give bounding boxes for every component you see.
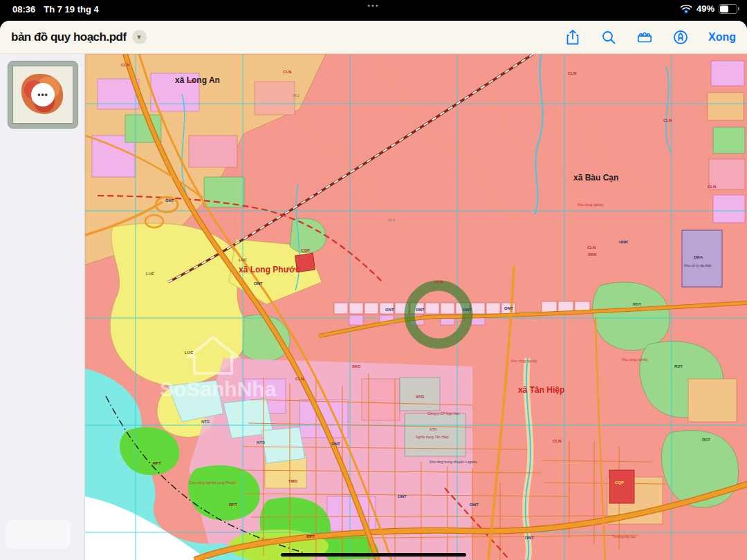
svg-text:LUC: LUC <box>185 351 194 355</box>
svg-text:Khu công nghiệp: Khu công nghiệp <box>511 359 537 363</box>
svg-text:CQP: CQP <box>301 248 310 252</box>
svg-text:Cụm công nghiệp Long Phước: Cụm công nghiệp Long Phước <box>189 480 237 485</box>
svg-text:RPT: RPT <box>153 461 161 465</box>
pdf-toolbar: bản đồ quy hoạch.pdf ▾ Xong <box>0 21 747 54</box>
label-commune: xã Bàu Cạn <box>573 173 618 183</box>
svg-text:34.2: 34.2 <box>293 93 299 97</box>
svg-text:Khu tăng trung chuyển Logistic: Khu tăng trung chuyển Logistic <box>430 460 477 464</box>
markup-pencil-button[interactable] <box>672 29 689 46</box>
home-indicator[interactable] <box>281 553 466 557</box>
pdf-page-map[interactable]: SoSanhNha xã Long An xã Bàu Cạn xã Long … <box>85 54 747 560</box>
svg-text:ONT: ONT <box>504 306 513 310</box>
svg-text:CQP: CQP <box>615 480 624 485</box>
label-commune: xã Long Phước <box>239 265 300 274</box>
svg-text:Công ty CP Ngô Han: Công ty CP Ngô Han <box>427 411 460 416</box>
svg-text:Trường đại học: Trường đại học <box>612 534 636 539</box>
svg-text:NTS: NTS <box>201 420 210 424</box>
svg-text:CLN: CLN <box>708 185 716 189</box>
svg-text:ONT: ONT <box>254 281 263 286</box>
svg-text:ONT: ONT <box>398 494 407 498</box>
svg-text:RST: RST <box>633 302 641 306</box>
wifi-icon <box>680 4 692 14</box>
svg-text:RPT: RPT <box>306 534 315 539</box>
svg-text:SKC: SKC <box>352 364 361 368</box>
svg-text:DRA: DRA <box>694 255 703 259</box>
svg-text:Nghĩa trang Tân Hiệp: Nghĩa trang Tân Hiệp <box>416 435 449 439</box>
chevron-down-icon: ▾ <box>137 32 141 41</box>
svg-text:CLN: CLN <box>283 70 291 74</box>
svg-text:HNK: HNK <box>619 240 629 244</box>
battery-icon <box>719 4 737 14</box>
svg-text:SoSanhNha: SoSanhNha <box>160 377 277 400</box>
svg-text:NTD: NTD <box>430 427 437 431</box>
svg-text:CLN: CLN <box>121 63 129 67</box>
svg-text:ONT: ONT <box>463 308 472 312</box>
svg-text:LUC: LUC <box>239 258 248 262</box>
done-button[interactable]: Xong <box>708 31 736 44</box>
thumbnail-sidebar: ••• <box>0 54 85 560</box>
sidebar-footer-panel <box>6 520 71 549</box>
svg-text:ONT: ONT <box>331 442 340 446</box>
svg-text:Khu công nghiệp: Khu công nghiệp <box>578 203 604 207</box>
battery-percent: 49% <box>697 3 714 14</box>
pdf-viewer-window: bản đồ quy hoạch.pdf ▾ Xong <box>0 21 747 560</box>
svg-text:CLN: CLN <box>553 439 561 443</box>
zoning-map: SoSanhNha xã Long An xã Bàu Cạn xã Long … <box>85 54 747 560</box>
svg-text:RST: RST <box>674 364 683 368</box>
svg-text:ONT: ONT <box>416 308 425 312</box>
pencil-case-icon <box>638 32 651 41</box>
svg-text:NTS: NTS <box>257 440 265 445</box>
share-icon <box>568 30 578 44</box>
svg-text:Khu công nghiệp: Khu công nghiệp <box>622 357 648 362</box>
map-region-cqp-south <box>609 470 634 503</box>
svg-text:ONT: ONT <box>470 503 479 507</box>
svg-text:Khu xử lý rác thải: Khu xử lý rác thải <box>684 263 711 268</box>
svg-text:NTD: NTD <box>416 395 425 399</box>
svg-text:20.4: 20.4 <box>388 218 395 222</box>
svg-text:CLN: CLN <box>295 377 304 381</box>
svg-text:TMD: TMD <box>288 479 298 483</box>
svg-text:CLN: CLN <box>663 118 672 122</box>
label-commune: xã Tân Hiệp <box>518 385 564 395</box>
title-menu-button[interactable]: ▾ <box>132 30 147 44</box>
svg-text:RPT: RPT <box>229 503 237 507</box>
svg-text:CLN: CLN <box>587 245 596 250</box>
svg-text:CLN: CLN <box>187 80 196 84</box>
svg-text:CLN: CLN <box>434 280 443 284</box>
date: Th 7 19 thg 4 <box>44 4 98 15</box>
search-button[interactable] <box>600 29 617 46</box>
svg-text:RST: RST <box>702 438 710 442</box>
thumbnail-loading-badge: ••• <box>31 83 55 106</box>
ipad-screen: 08:36 Th 7 19 thg 4 ••• 49% bản đồ quy h… <box>0 0 747 560</box>
svg-text:SKK: SKK <box>588 252 597 256</box>
svg-text:CLN: CLN <box>568 71 576 75</box>
label-commune: xã Long An <box>175 75 220 85</box>
svg-text:ONT: ONT <box>165 198 174 203</box>
svg-text:ONT: ONT <box>525 536 534 540</box>
page-thumbnail[interactable]: ••• <box>8 61 78 129</box>
svg-text:ONT: ONT <box>385 308 394 312</box>
svg-text:LUC: LUC <box>146 272 155 276</box>
clock: 08:36 <box>12 4 35 15</box>
multitask-indicator[interactable]: ••• <box>367 1 380 10</box>
markup-toolbox-button[interactable] <box>636 29 653 46</box>
status-bar: 08:36 Th 7 19 thg 4 ••• 49% <box>0 0 747 21</box>
document-title[interactable]: bản đồ quy hoạch.pdf <box>11 30 127 44</box>
share-button[interactable] <box>564 29 581 46</box>
